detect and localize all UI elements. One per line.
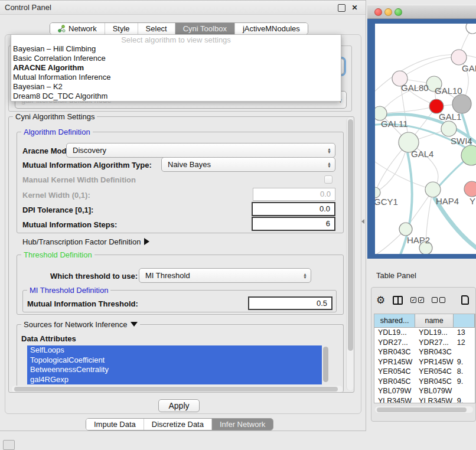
data-attribute-item[interactable]: SelfLoops	[27, 345, 322, 356]
minimize-traffic-light-icon[interactable]	[384, 8, 392, 16]
data-attribute-item[interactable]: TopologicalCoefficient	[27, 356, 322, 366]
table-row[interactable]: YER054CYER054C8.	[374, 367, 475, 377]
network-node[interactable]	[399, 223, 412, 236]
node-label: GAL11	[381, 119, 408, 129]
tab-label: Discretize Data	[152, 420, 204, 429]
table-panel-title: Table Panel	[376, 271, 416, 280]
mi-type-value: Naive Bayes	[168, 160, 211, 169]
tab-jactivemnodules[interactable]: jActiveMNodules	[235, 23, 308, 34]
apply-button[interactable]: Apply	[158, 399, 200, 412]
network-canvas[interactable]: GALGAL80GAL10GAL1GAL11SWI4GAL4GCY1HAP4YH…	[375, 24, 476, 254]
table-cell: YER054C	[415, 367, 454, 377]
table-row[interactable]: YDR27...YDR27...12	[374, 338, 475, 348]
dpi-tolerance-label: DPI Tolerance [0,1]:	[22, 206, 93, 214]
table-row[interactable]: YBR043CYBR043C	[374, 347, 475, 357]
algorithm-option[interactable]: Dream8 DC_TDC Algorithm	[11, 92, 341, 101]
node-label: Y	[470, 196, 475, 206]
network-node[interactable]	[464, 181, 476, 197]
aracne-mode-combo[interactable]: Discovery ▲▼	[66, 143, 335, 158]
data-attribute-item[interactable]: gal4RGexp	[27, 375, 322, 385]
network-icon	[58, 25, 66, 32]
column-header-shared...[interactable]: shared...	[374, 314, 415, 327]
algorithm-dropdown-list: Select algorithm to view settings Bayesi…	[11, 34, 341, 102]
dpi-tolerance-field[interactable]: 0.0	[252, 202, 335, 216]
network-window-titlebar[interactable]	[367, 5, 476, 19]
table-row[interactable]: YPR145WYPR145W9.	[374, 357, 475, 367]
table-row[interactable]: YBL079WYBL079W	[374, 386, 475, 396]
table-cell: 13	[454, 328, 475, 338]
table-cell: YER054C	[374, 367, 415, 377]
table-cell: YLR345W	[415, 396, 454, 404]
collapsed-panel-icon[interactable]	[3, 440, 15, 450]
mi-threshold-field[interactable]: 0.5	[248, 296, 332, 310]
algorithm-option[interactable]: Basic Correlation Inference	[11, 54, 341, 63]
which-threshold-combo[interactable]: MI Threshold ▲▼	[139, 268, 311, 283]
network-edge[interactable]	[400, 57, 459, 79]
algorithm-option[interactable]: Bayesian – K2	[11, 82, 341, 92]
tab-style[interactable]: Style	[105, 23, 138, 34]
table-cell: 12	[454, 338, 475, 348]
close-traffic-light-icon[interactable]	[374, 8, 382, 16]
node-label: HAP2	[407, 235, 430, 245]
table-cell: YBL079W	[374, 386, 415, 396]
manual-kernel-label: Manual Kernel Width Definition	[22, 175, 136, 184]
settings-hscrollbar-thumb[interactable]	[14, 387, 338, 392]
table-cell: YDR27...	[374, 338, 415, 348]
node-table: shared...name YDL19...YDL19...13YDR27...…	[374, 314, 475, 403]
network-node[interactable]	[466, 24, 476, 34]
tab-network[interactable]: Network	[50, 23, 105, 34]
tab-impute-data[interactable]: Impute Data	[86, 419, 144, 430]
network-node[interactable]	[441, 121, 457, 136]
select-all-checks-icon[interactable]: ✓✓	[410, 297, 424, 303]
settings-hscrollbar[interactable]	[12, 386, 343, 392]
manual-kernel-checkbox[interactable]	[324, 175, 332, 184]
algorithm-option[interactable]: Bayesian – Hill Climbing	[11, 44, 341, 54]
table-row[interactable]: YBR045CYBR045C9.	[374, 377, 475, 387]
deselect-all-checks-icon[interactable]	[432, 297, 445, 303]
threshold-definition-title: Threshold Definition	[21, 250, 94, 259]
mi-steps-field[interactable]: 6	[252, 217, 335, 231]
table-cell: 9.	[454, 357, 475, 367]
table-hscrollbar[interactable]	[375, 406, 473, 413]
split-divider-arrow-icon[interactable]	[361, 219, 364, 224]
network-node[interactable]	[452, 94, 471, 113]
close-panel-icon[interactable]: ✕	[351, 4, 358, 12]
network-node[interactable]	[425, 182, 441, 197]
new-table-icon[interactable]	[461, 295, 469, 305]
algorithm-option[interactable]: Mutual Information Inference	[11, 73, 341, 82]
mi-type-combo[interactable]: Naive Bayes ▲▼	[161, 157, 335, 172]
attributes-scrollbar-thumb[interactable]	[323, 347, 328, 382]
settings-scrollbar-thumb[interactable]	[348, 119, 353, 351]
tab-label: Select	[146, 24, 167, 33]
settings-scrollbar[interactable]	[346, 118, 354, 390]
mi-threshold-group-title: MI Threshold Definition	[27, 286, 110, 295]
table-cell: YPR145W	[415, 357, 454, 367]
tab-cyni-toolbox[interactable]: Cyni Toolbox	[175, 23, 235, 34]
table-cell: 8.	[454, 367, 475, 377]
data-attribute-item[interactable]: BetweennessCentrality	[27, 365, 322, 375]
algorithm-dropdown-placeholder: Select algorithm to view settings	[11, 35, 341, 44]
attributes-scrollbar[interactable]	[322, 345, 330, 384]
gear-icon[interactable]: ⚙	[376, 295, 385, 305]
algorithm-option[interactable]: ARACNE Algorithm	[11, 63, 341, 73]
network-edge[interactable]	[380, 106, 436, 113]
tab-infer-network[interactable]: Infer Network	[212, 419, 273, 430]
tab-select[interactable]: Select	[138, 23, 175, 34]
column-header-clipped[interactable]	[454, 314, 475, 327]
table-hscrollbar-thumb[interactable]	[377, 407, 467, 412]
float-panel-icon[interactable]	[338, 4, 345, 12]
kernel-width-field[interactable]: 0.0	[253, 188, 335, 201]
zoom-traffic-light-icon[interactable]	[395, 8, 402, 16]
table-panel: ⚙ ✓✓ shared...name YDL19...YDL19...13YDR…	[371, 287, 476, 422]
settings-group-title: Cyni Algorithm Settings	[13, 112, 97, 121]
hub-definition-toggle[interactable]: Hub/Transcription Factor Definition	[22, 237, 149, 246]
columns-icon[interactable]	[393, 296, 403, 305]
table-row[interactable]: YDL19...YDL19...13	[374, 328, 475, 338]
tab-discretize-data[interactable]: Discretize Data	[144, 419, 212, 430]
tab-label: Infer Network	[220, 420, 265, 429]
sources-group-title[interactable]: Sources for Network Inference	[21, 320, 140, 329]
table-row[interactable]: YLR345WYLR345W9.	[374, 396, 475, 404]
table-cell: YDL19...	[374, 328, 415, 338]
column-header-name[interactable]: name	[415, 314, 454, 327]
tab-label: Network	[69, 24, 97, 33]
